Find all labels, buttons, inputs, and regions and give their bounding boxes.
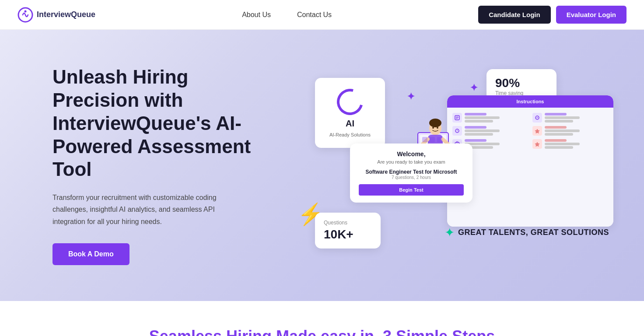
ai-label: AI <box>346 119 354 129</box>
candidate-login-button[interactable]: Candidate Login <box>478 6 551 24</box>
test-name: Software Engineer Test for Microsoft <box>359 169 464 175</box>
questions-card: Questions 10K+ <box>315 213 381 248</box>
welcome-sub: Are you ready to take you exam <box>359 159 464 164</box>
svg-point-24 <box>432 127 434 129</box>
bottom-section: Seamless Hiring Made easy in, 3 Simple S… <box>0 301 644 336</box>
navbar: InterviewQueue About Us Contact Us Candi… <box>0 0 644 30</box>
svg-rect-26 <box>422 137 427 142</box>
logo-text: InterviewQueue <box>37 10 95 19</box>
mockup-icon-6 <box>532 139 542 149</box>
mockup-icon-4 <box>532 113 542 122</box>
book-demo-button[interactable]: Book A Demo <box>52 243 130 265</box>
mockup-text-4 <box>545 113 580 122</box>
mockup-row-4 <box>532 113 608 122</box>
mockup-icon-5 <box>532 126 542 136</box>
ai-card: AI AI-Ready Solutions <box>315 78 385 148</box>
questions-number: 10K+ <box>324 228 372 242</box>
hero-section: Unleash Hiring Precision with InterviewQ… <box>0 30 644 301</box>
svg-point-1 <box>24 10 27 12</box>
bottom-title: Seamless Hiring Made easy in, 3 Simple S… <box>18 327 626 336</box>
begin-test-button[interactable]: Begin Test <box>359 184 464 196</box>
svg-rect-28 <box>437 137 442 142</box>
ai-sublabel: AI-Ready Solutions <box>329 132 371 137</box>
svg-rect-27 <box>430 137 435 142</box>
svg-point-25 <box>437 127 438 129</box>
sparkle-icon-2: ✦ <box>470 82 478 94</box>
welcome-card: Welcome, Are you ready to take you exam … <box>350 144 472 203</box>
mockup-col-2 <box>532 113 608 221</box>
ai-circle <box>332 84 368 120</box>
nav-buttons: Candidate Login Evaluator Login <box>478 6 626 24</box>
great-talents-badge: ✦ GREAT TALENTS, GREAT SOLUTIONS <box>444 225 609 240</box>
mockup-row-5 <box>532 126 608 136</box>
svg-point-20 <box>429 119 441 127</box>
evaluator-login-button[interactable]: Evaluator Login <box>556 6 626 24</box>
star-icon: ✦ <box>444 225 455 240</box>
hero-content: Unleash Hiring Precision with InterviewQ… <box>52 66 271 265</box>
nav-item-about[interactable]: About Us <box>242 11 271 19</box>
nav-item-contact[interactable]: Contact Us <box>297 11 332 19</box>
hero-title: Unleash Hiring Precision with InterviewQ… <box>52 66 271 181</box>
about-us-link[interactable]: About Us <box>242 11 271 18</box>
hero-subtitle: Transform your recruitment with customiz… <box>52 192 245 228</box>
welcome-title: Welcome, <box>359 150 464 158</box>
hero-visual: ✦ ✦ ✦ ⚡ AI AI-Ready Solutions 90% Time s… <box>289 56 626 275</box>
contact-us-link[interactable]: Contact Us <box>297 11 332 18</box>
logo[interactable]: InterviewQueue <box>18 7 95 23</box>
great-talents-text: GREAT TALENTS, GREAT SOLUTIONS <box>458 228 609 237</box>
questions-label: Questions <box>324 220 372 226</box>
mockup-text-5 <box>545 126 580 136</box>
mockup-row-6 <box>532 139 608 149</box>
logo-icon <box>18 7 33 23</box>
test-detail: 7 questions, 2 hours <box>359 175 464 180</box>
mockup-text-6 <box>545 139 580 149</box>
nav-links: About Us Contact Us <box>242 11 332 19</box>
stat-number: 90% <box>495 76 548 90</box>
